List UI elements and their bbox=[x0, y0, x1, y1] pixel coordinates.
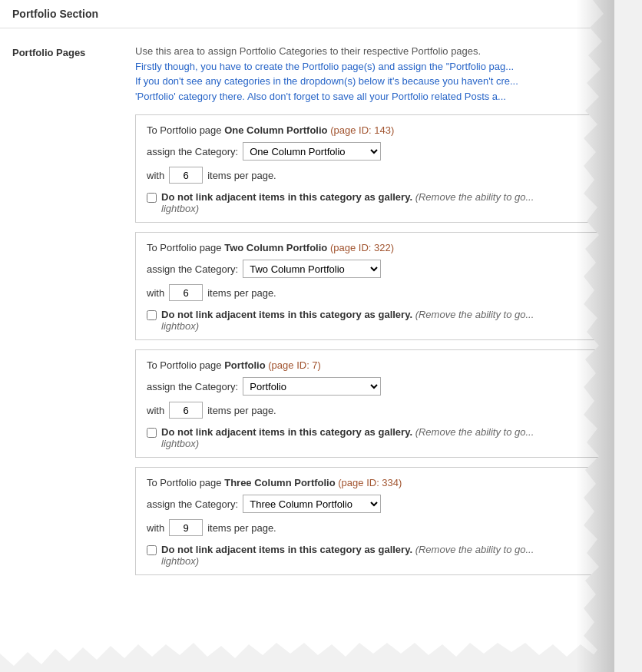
section-title: Portfolio Section bbox=[12, 8, 602, 20]
remove-text-3: (Remove the ability to go... bbox=[415, 426, 534, 438]
items-input-4[interactable] bbox=[169, 519, 203, 536]
lightbox-text-1: lightbox) bbox=[161, 203, 199, 214]
category-select-4[interactable]: Three Column Portfolio bbox=[243, 495, 381, 513]
with-label-1: with bbox=[147, 170, 164, 181]
checkbox-line-1: Do not link adjacent items in this categ… bbox=[147, 191, 591, 214]
items-label-3: items per page. bbox=[207, 405, 276, 416]
items-input-3[interactable] bbox=[169, 402, 203, 419]
page-line-4: To Portfolio page Three Column Portfolio… bbox=[147, 477, 591, 488]
page-line-3: To Portfolio page Portfolio (page ID: 7) bbox=[147, 359, 591, 371]
content-area: Portfolio Pages Use this area to assign … bbox=[0, 28, 614, 600]
page-id-2: (page ID: 322) bbox=[330, 242, 394, 253]
items-input-1[interactable] bbox=[169, 167, 203, 184]
page-text-2: To Portfolio page bbox=[147, 242, 222, 253]
items-line-1: with items per page. bbox=[147, 167, 591, 184]
page-id-4: (page ID: 334) bbox=[338, 477, 402, 488]
page-wrapper: Portfolio Section Portfolio Pages Use th… bbox=[0, 0, 614, 672]
checkbox-label-4: Do not link adjacent items in this categ… bbox=[161, 544, 412, 555]
category-select-1[interactable]: One Column Portfolio bbox=[243, 142, 381, 161]
page-id-1: (page ID: 143) bbox=[330, 124, 394, 136]
gallery-checkbox-1[interactable] bbox=[147, 193, 157, 203]
portfolio-block-3: To Portfolio page Portfolio (page ID: 7)… bbox=[135, 349, 602, 458]
gallery-checkbox-2[interactable] bbox=[147, 310, 157, 320]
page-text-1: To Portfolio page bbox=[147, 124, 222, 136]
items-label-2: items per page. bbox=[207, 287, 276, 299]
checkbox-line-3: Do not link adjacent items in this categ… bbox=[147, 426, 591, 449]
checkbox-label-2: Do not link adjacent items in this categ… bbox=[161, 309, 412, 320]
portfolio-block-4: To Portfolio page Three Column Portfolio… bbox=[135, 467, 602, 575]
remove-text-4: (Remove the ability to go... bbox=[415, 544, 534, 555]
assign-label-2: assign the Category: bbox=[147, 263, 238, 275]
desc-line3: If you don't see any categories in the d… bbox=[135, 75, 518, 87]
items-line-4: with items per page. bbox=[147, 519, 591, 536]
field-column: Use this area to assign Portfolio Catego… bbox=[135, 44, 602, 584]
gallery-checkbox-3[interactable] bbox=[147, 428, 157, 438]
category-select-3[interactable]: Portfolio bbox=[243, 377, 381, 396]
page-name-3: Portfolio bbox=[224, 359, 265, 371]
assign-label-4: assign the Category: bbox=[147, 498, 238, 510]
with-label-2: with bbox=[147, 287, 164, 299]
assign-line-2: assign the Category: Two Column Portfoli… bbox=[147, 260, 591, 278]
page-line-2: To Portfolio page Two Column Portfolio (… bbox=[147, 242, 591, 253]
page-name-2: Two Column Portfolio bbox=[224, 242, 327, 253]
checkbox-line-2: Do not link adjacent items in this categ… bbox=[147, 309, 591, 332]
assign-line-4: assign the Category: Three Column Portfo… bbox=[147, 495, 591, 513]
label-column: Portfolio Pages bbox=[12, 44, 135, 584]
portfolio-block-1: To Portfolio page One Column Portfolio (… bbox=[135, 114, 602, 223]
checkbox-label-3: Do not link adjacent items in this categ… bbox=[161, 426, 412, 438]
section-title-bar: Portfolio Section bbox=[0, 0, 614, 28]
assign-line-1: assign the Category: One Column Portfoli… bbox=[147, 142, 591, 161]
torn-bottom-edge bbox=[0, 638, 607, 672]
gallery-checkbox-4[interactable] bbox=[147, 545, 157, 555]
with-label-3: with bbox=[147, 405, 164, 416]
desc-line1: Use this area to assign Portfolio Catego… bbox=[135, 45, 481, 57]
portfolio-block-2: To Portfolio page Two Column Portfolio (… bbox=[135, 232, 602, 340]
page-text-3: To Portfolio page bbox=[147, 359, 222, 371]
items-label-4: items per page. bbox=[207, 522, 276, 534]
checkbox-line-4: Do not link adjacent items in this categ… bbox=[147, 544, 591, 567]
page-name-1: One Column Portfolio bbox=[224, 124, 327, 136]
page-line-1: To Portfolio page One Column Portfolio (… bbox=[147, 124, 591, 136]
category-select-2[interactable]: Two Column Portfolio bbox=[243, 260, 381, 278]
checkbox-label-1: Do not link adjacent items in this categ… bbox=[161, 191, 412, 203]
page-id-3: (page ID: 7) bbox=[268, 359, 321, 371]
assign-label-3: assign the Category: bbox=[147, 381, 238, 392]
desc-line2: Firstly though, you have to create the P… bbox=[135, 61, 514, 72]
lightbox-text-3: lightbox) bbox=[161, 438, 199, 449]
field-label: Portfolio Pages bbox=[12, 47, 85, 58]
items-input-2[interactable] bbox=[169, 284, 203, 301]
lightbox-text-4: lightbox) bbox=[161, 555, 199, 567]
assign-line-3: assign the Category: Portfolio bbox=[147, 377, 591, 396]
items-line-2: with items per page. bbox=[147, 284, 591, 301]
items-label-1: items per page. bbox=[207, 170, 276, 181]
items-line-3: with items per page. bbox=[147, 402, 591, 419]
with-label-4: with bbox=[147, 522, 164, 534]
page-text-4: To Portfolio page bbox=[147, 477, 222, 488]
assign-label-1: assign the Category: bbox=[147, 146, 238, 157]
page-name-4: Three Column Portfolio bbox=[224, 477, 335, 488]
remove-text-2: (Remove the ability to go... bbox=[415, 309, 534, 320]
lightbox-text-2: lightbox) bbox=[161, 320, 199, 332]
description-text: Use this area to assign Portfolio Catego… bbox=[135, 44, 602, 104]
desc-line4: 'Portfolio' category there. Also don't f… bbox=[135, 91, 506, 102]
remove-text-1: (Remove the ability to go... bbox=[415, 191, 534, 203]
